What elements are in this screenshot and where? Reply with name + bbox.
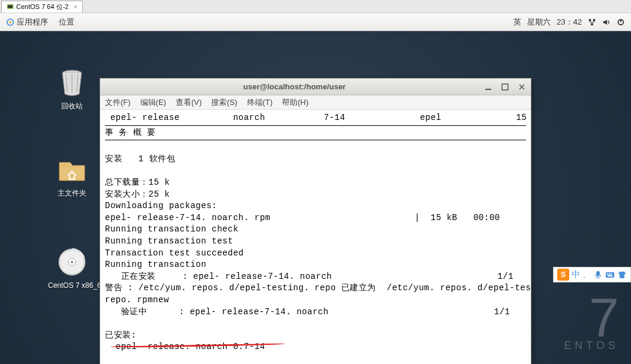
weekday-label: 星期六 bbox=[527, 17, 551, 28]
ime-toolbar[interactable]: S 中 、 bbox=[553, 267, 631, 282]
txn-run: Running transaction bbox=[105, 260, 206, 269]
folder-icon bbox=[57, 154, 87, 184]
home-folder-icon[interactable]: 主文件夹 bbox=[48, 154, 96, 198]
separator bbox=[105, 125, 526, 126]
menu-help[interactable]: 帮助(H) bbox=[282, 97, 308, 108]
downloading-label: Downloading packages: bbox=[105, 201, 217, 210]
menu-terminal[interactable]: 终端(T) bbox=[247, 97, 273, 108]
install-count: 安装 1 软件包 bbox=[105, 154, 175, 164]
menu-file[interactable]: 文件(F) bbox=[105, 97, 131, 108]
terminal-window: user@localhost:/home/user 文件(F) 编辑(E) 查看… bbox=[100, 78, 531, 364]
minimize-button[interactable] bbox=[484, 83, 492, 91]
vm-icon bbox=[7, 3, 14, 10]
trash-icon[interactable]: 回收站 bbox=[48, 67, 96, 112]
svg-rect-17 bbox=[606, 272, 614, 278]
volume-icon[interactable] bbox=[602, 18, 611, 26]
maximize-button[interactable] bbox=[501, 83, 509, 91]
installing-line: 正在安装 : epel- release-7-14. noarch 1/1 bbox=[105, 272, 513, 281]
summary-label: 事 务 概 要 bbox=[105, 128, 156, 137]
download-total: 总下载量：15 k bbox=[105, 178, 170, 187]
svg-rect-6 bbox=[591, 23, 593, 25]
centos-7: 7 bbox=[564, 296, 619, 339]
centos-watermark: 7 ENTOS bbox=[564, 296, 619, 352]
menu-view[interactable]: 查看(V) bbox=[176, 97, 202, 108]
svg-rect-8 bbox=[620, 19, 621, 22]
installed-header: 已安装: bbox=[105, 330, 136, 340]
ime-keyboard-icon[interactable] bbox=[605, 270, 615, 279]
separator bbox=[105, 140, 526, 140]
txn-check: Running transaction check bbox=[105, 224, 239, 234]
ime-cn-label[interactable]: 中 bbox=[572, 269, 580, 280]
terminal-titlebar[interactable]: user@localhost:/home/user bbox=[100, 79, 531, 95]
warning-line: 警告 : /etc/yum. repos. d/epel-testing. re… bbox=[105, 283, 531, 305]
places-menu[interactable]: 位置 bbox=[59, 17, 74, 28]
apps-label: 应用程序 bbox=[17, 17, 48, 28]
terminal-body[interactable]: epel- release noarch 7-14 epel 15 k 事 务 … bbox=[100, 110, 531, 364]
terminal-menubar: 文件(F) 编辑(E) 查看(V) 搜索(S) 终端(T) 帮助(H) bbox=[100, 95, 531, 110]
svg-point-3 bbox=[9, 21, 11, 23]
svg-rect-20 bbox=[611, 273, 612, 275]
verifying-line: 验证中 : epel- release-7-14. noarch 1/1 bbox=[105, 307, 510, 317]
sogou-icon[interactable]: S bbox=[557, 269, 569, 281]
svg-rect-18 bbox=[607, 273, 608, 275]
ime-mic-icon[interactable] bbox=[593, 270, 603, 279]
ime-punct-icon[interactable]: 、 bbox=[582, 269, 591, 280]
vm-tab[interactable]: CentOS 7 64 位-2 × bbox=[1, 1, 83, 13]
vm-tab-label: CentOS 7 64 位-2 bbox=[16, 2, 68, 11]
ime-skin-icon[interactable] bbox=[617, 270, 627, 279]
centos-text: ENTOS bbox=[564, 339, 619, 352]
close-button[interactable] bbox=[518, 83, 526, 91]
svg-rect-16 bbox=[596, 271, 600, 276]
close-icon[interactable]: × bbox=[73, 3, 77, 10]
places-label: 位置 bbox=[59, 17, 74, 28]
terminal-title: user@localhost:/home/user bbox=[105, 82, 484, 91]
txn-ok: Transaction test succeeded bbox=[105, 248, 244, 258]
svg-rect-1 bbox=[8, 5, 13, 8]
svg-rect-21 bbox=[608, 275, 612, 276]
iso-label: CentOS 7 x86_6… bbox=[48, 281, 96, 290]
applications-menu[interactable]: 应用程序 bbox=[6, 17, 48, 28]
iso-disk-icon[interactable]: CentOS 7 x86_6… bbox=[48, 247, 96, 290]
rpm-line: epel- release-7-14. noarch. rpm | 15 kB … bbox=[105, 213, 500, 222]
svg-rect-14 bbox=[485, 89, 491, 90]
menu-search[interactable]: 搜索(S) bbox=[211, 97, 237, 108]
trash-label: 回收站 bbox=[48, 101, 96, 112]
svg-rect-5 bbox=[593, 19, 596, 21]
install-size: 安装大小：25 k bbox=[105, 189, 170, 199]
gnome-top-bar: 应用程序 位置 英 星期六 23：42 bbox=[0, 13, 631, 31]
svg-point-13 bbox=[71, 261, 73, 263]
svg-rect-15 bbox=[502, 84, 508, 90]
home-label: 主文件夹 bbox=[48, 188, 96, 198]
svg-rect-4 bbox=[589, 19, 591, 21]
apps-icon bbox=[6, 18, 14, 26]
pkg-row: epel- release noarch 7-14 epel 15 k bbox=[105, 113, 531, 122]
disc-icon bbox=[57, 247, 87, 277]
network-icon[interactable] bbox=[588, 18, 596, 26]
input-method-indicator[interactable]: 英 bbox=[513, 17, 521, 28]
power-icon[interactable] bbox=[617, 18, 625, 26]
trash-bin-icon bbox=[57, 67, 87, 97]
time-label: 23：42 bbox=[557, 17, 582, 28]
svg-rect-19 bbox=[609, 273, 610, 275]
txn-test: Running transaction test bbox=[105, 236, 233, 246]
menu-edit[interactable]: 编辑(E) bbox=[140, 97, 166, 108]
desktop[interactable]: 回收站 主文件夹 CentOS 7 x86_6… 7 ENTOS user@lo… bbox=[0, 31, 631, 364]
vm-tab-bar: CentOS 7 64 位-2 × bbox=[0, 0, 631, 13]
